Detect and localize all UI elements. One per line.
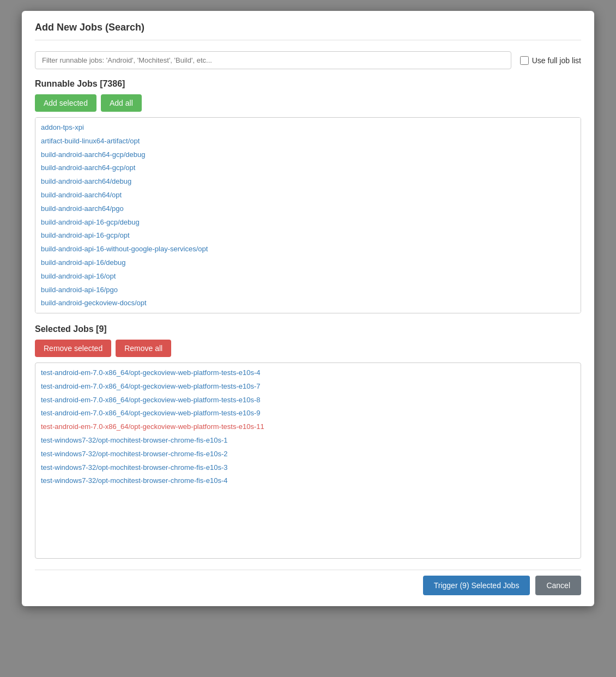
remove-all-button[interactable]: Remove all — [116, 340, 171, 357]
list-item[interactable]: test-android-em-7.0-x86_64/opt-geckoview… — [35, 366, 581, 380]
use-full-job-list-text: Use full job list — [532, 56, 581, 65]
list-item[interactable]: test-windows7-32/opt-mochitest-browser-c… — [35, 448, 581, 461]
list-item[interactable]: addon-tps-xpi — [35, 121, 581, 135]
modal-title: Add New Jobs (Search) — [35, 22, 581, 40]
runnable-jobs-list: addon-tps-xpiartifact-build-linux64-arti… — [35, 118, 581, 313]
list-item[interactable]: build-android-aarch64-gcp/opt — [35, 161, 581, 175]
selected-jobs-button-row: Remove selected Remove all — [35, 340, 581, 357]
selected-jobs-list-box[interactable]: test-android-em-7.0-x86_64/opt-geckoview… — [35, 362, 581, 559]
trigger-jobs-button[interactable]: Trigger (9) Selected Jobs — [423, 576, 530, 595]
cancel-button[interactable]: Cancel — [535, 576, 581, 595]
list-item[interactable]: build-android-x86-fuzzing/debug — [35, 310, 581, 313]
list-item[interactable]: build-android-api-16-gcp/opt — [35, 229, 581, 243]
selected-jobs-list: test-android-em-7.0-x86_64/opt-geckoview… — [35, 363, 581, 491]
list-item[interactable]: build-android-api-16-gcp/debug — [35, 216, 581, 229]
runnable-jobs-button-row: Add selected Add all — [35, 94, 581, 112]
modal-footer: Trigger (9) Selected Jobs Cancel — [35, 570, 581, 595]
list-item[interactable]: test-android-em-7.0-x86_64/opt-geckoview… — [35, 407, 581, 420]
filter-row: Use full job list — [35, 51, 581, 69]
list-item[interactable]: build-android-geckoview-docs/opt — [35, 297, 581, 310]
list-item[interactable]: build-android-api-16/opt — [35, 270, 581, 283]
selected-jobs-title: Selected Jobs [9] — [35, 324, 581, 334]
list-item[interactable]: build-android-api-16-without-google-play… — [35, 243, 581, 256]
runnable-jobs-title: Runnable Jobs [7386] — [35, 79, 581, 89]
list-item[interactable]: build-android-api-16/debug — [35, 256, 581, 270]
use-full-job-list-label[interactable]: Use full job list — [520, 56, 581, 65]
list-item[interactable]: build-android-api-16/pgo — [35, 283, 581, 297]
modal-dialog: Add New Jobs (Search) Use full job list … — [22, 11, 594, 606]
list-item[interactable]: build-android-aarch64/opt — [35, 189, 581, 202]
modal-overlay: Add New Jobs (Search) Use full job list … — [0, 0, 616, 677]
list-item[interactable]: test-android-em-7.0-x86_64/opt-geckoview… — [35, 420, 581, 434]
add-all-button[interactable]: Add all — [101, 94, 142, 112]
use-full-job-list-checkbox[interactable] — [520, 56, 529, 65]
list-item[interactable]: test-android-em-7.0-x86_64/opt-geckoview… — [35, 394, 581, 407]
filter-input[interactable] — [35, 51, 511, 69]
list-item[interactable]: test-android-em-7.0-x86_64/opt-geckoview… — [35, 380, 581, 394]
list-item[interactable]: test-windows7-32/opt-mochitest-browser-c… — [35, 461, 581, 475]
list-item[interactable]: artifact-build-linux64-artifact/opt — [35, 135, 581, 148]
list-item[interactable]: build-android-aarch64-gcp/debug — [35, 148, 581, 162]
list-item[interactable]: build-android-aarch64/debug — [35, 175, 581, 189]
remove-selected-button[interactable]: Remove selected — [35, 340, 111, 357]
list-item[interactable]: test-windows7-32/opt-mochitest-browser-c… — [35, 474, 581, 488]
add-selected-button[interactable]: Add selected — [35, 94, 96, 112]
list-item[interactable]: build-android-aarch64/pgo — [35, 202, 581, 216]
list-item[interactable]: test-windows7-32/opt-mochitest-browser-c… — [35, 434, 581, 448]
runnable-jobs-list-box[interactable]: addon-tps-xpiartifact-build-linux64-arti… — [35, 117, 581, 313]
